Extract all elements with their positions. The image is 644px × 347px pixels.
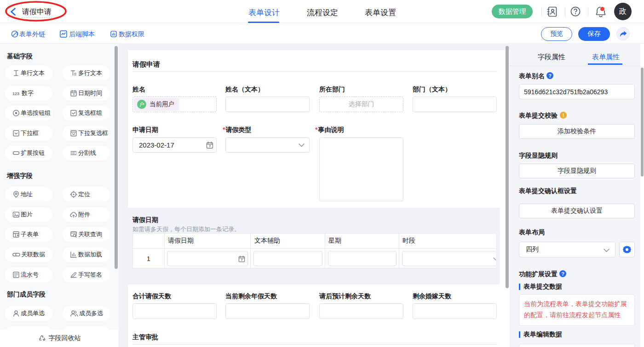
svg-text:123: 123 bbox=[12, 91, 19, 96]
